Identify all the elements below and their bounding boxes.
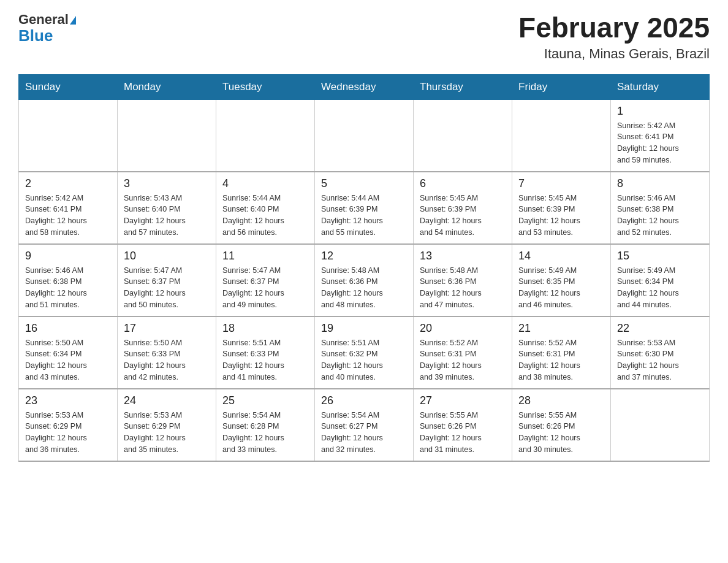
calendar-cell: 8Sunrise: 5:46 AM Sunset: 6:38 PM Daylig…: [611, 172, 710, 244]
day-number: 2: [25, 177, 111, 190]
day-info: Sunrise: 5:49 AM Sunset: 6:34 PM Dayligh…: [617, 265, 703, 311]
calendar-cell: 1Sunrise: 5:42 AM Sunset: 6:41 PM Daylig…: [611, 99, 710, 172]
calendar-cell: 5Sunrise: 5:44 AM Sunset: 6:39 PM Daylig…: [315, 172, 414, 244]
calendar-cell: 3Sunrise: 5:43 AM Sunset: 6:40 PM Daylig…: [118, 172, 216, 244]
day-number: 12: [321, 250, 407, 262]
calendar-cell: 16Sunrise: 5:50 AM Sunset: 6:34 PM Dayli…: [19, 316, 118, 389]
calendar-header-row: SundayMondayTuesdayWednesdayThursdayFrid…: [19, 74, 710, 99]
day-number: 9: [25, 250, 111, 262]
day-number: 6: [420, 177, 506, 190]
day-info: Sunrise: 5:47 AM Sunset: 6:37 PM Dayligh…: [222, 265, 308, 311]
calendar-cell: 14Sunrise: 5:49 AM Sunset: 6:35 PM Dayli…: [512, 244, 611, 316]
day-header-tuesday: Tuesday: [216, 74, 315, 99]
day-info: Sunrise: 5:49 AM Sunset: 6:35 PM Dayligh…: [518, 265, 604, 311]
calendar-cell: [414, 99, 512, 172]
calendar-cell: 6Sunrise: 5:45 AM Sunset: 6:39 PM Daylig…: [414, 172, 512, 244]
day-info: Sunrise: 5:45 AM Sunset: 6:39 PM Dayligh…: [518, 193, 604, 239]
day-info: Sunrise: 5:51 AM Sunset: 6:33 PM Dayligh…: [222, 337, 308, 383]
calendar-cell: 10Sunrise: 5:47 AM Sunset: 6:37 PM Dayli…: [118, 244, 216, 316]
day-header-friday: Friday: [512, 74, 611, 99]
day-number: 3: [124, 177, 210, 190]
calendar-week-2: 2Sunrise: 5:42 AM Sunset: 6:41 PM Daylig…: [19, 172, 710, 244]
day-info: Sunrise: 5:44 AM Sunset: 6:40 PM Dayligh…: [222, 193, 308, 239]
day-number: 5: [321, 177, 407, 190]
day-info: Sunrise: 5:50 AM Sunset: 6:34 PM Dayligh…: [25, 337, 111, 383]
day-info: Sunrise: 5:51 AM Sunset: 6:32 PM Dayligh…: [321, 337, 407, 383]
calendar-cell: 20Sunrise: 5:52 AM Sunset: 6:31 PM Dayli…: [414, 316, 512, 389]
calendar-week-5: 23Sunrise: 5:53 AM Sunset: 6:29 PM Dayli…: [19, 389, 710, 461]
day-info: Sunrise: 5:44 AM Sunset: 6:39 PM Dayligh…: [321, 193, 407, 239]
calendar-week-4: 16Sunrise: 5:50 AM Sunset: 6:34 PM Dayli…: [19, 316, 710, 389]
day-info: Sunrise: 5:45 AM Sunset: 6:39 PM Dayligh…: [420, 193, 506, 239]
calendar-cell: [611, 389, 710, 461]
day-number: 26: [321, 394, 407, 407]
day-number: 18: [222, 322, 308, 335]
day-info: Sunrise: 5:46 AM Sunset: 6:38 PM Dayligh…: [617, 193, 703, 239]
calendar-week-3: 9Sunrise: 5:46 AM Sunset: 6:38 PM Daylig…: [19, 244, 710, 316]
calendar-cell: 2Sunrise: 5:42 AM Sunset: 6:41 PM Daylig…: [19, 172, 118, 244]
logo-blue: Blue: [18, 26, 53, 45]
day-number: 15: [617, 250, 703, 262]
day-header-wednesday: Wednesday: [315, 74, 414, 99]
calendar-cell: 9Sunrise: 5:46 AM Sunset: 6:38 PM Daylig…: [19, 244, 118, 316]
logo: General Blue: [18, 12, 76, 45]
calendar-week-1: 1Sunrise: 5:42 AM Sunset: 6:41 PM Daylig…: [19, 99, 710, 172]
calendar-cell: 11Sunrise: 5:47 AM Sunset: 6:37 PM Dayli…: [216, 244, 315, 316]
calendar-cell: 7Sunrise: 5:45 AM Sunset: 6:39 PM Daylig…: [512, 172, 611, 244]
day-number: 1: [617, 105, 703, 118]
calendar-table: SundayMondayTuesdayWednesdayThursdayFrid…: [18, 74, 710, 462]
calendar-cell: 24Sunrise: 5:53 AM Sunset: 6:29 PM Dayli…: [118, 389, 216, 461]
day-number: 23: [25, 394, 111, 407]
calendar-cell: [512, 99, 611, 172]
calendar-cell: 28Sunrise: 5:55 AM Sunset: 6:26 PM Dayli…: [512, 389, 611, 461]
day-number: 28: [518, 394, 604, 407]
day-info: Sunrise: 5:43 AM Sunset: 6:40 PM Dayligh…: [124, 193, 210, 239]
day-header-saturday: Saturday: [611, 74, 710, 99]
calendar-cell: [19, 99, 118, 172]
day-number: 25: [222, 394, 308, 407]
day-number: 19: [321, 322, 407, 335]
day-header-monday: Monday: [118, 74, 216, 99]
day-info: Sunrise: 5:46 AM Sunset: 6:38 PM Dayligh…: [25, 265, 111, 311]
calendar-cell: [315, 99, 414, 172]
calendar-cell: 26Sunrise: 5:54 AM Sunset: 6:27 PM Dayli…: [315, 389, 414, 461]
calendar-cell: 18Sunrise: 5:51 AM Sunset: 6:33 PM Dayli…: [216, 316, 315, 389]
day-number: 21: [518, 322, 604, 335]
day-info: Sunrise: 5:42 AM Sunset: 6:41 PM Dayligh…: [617, 120, 703, 166]
day-number: 27: [420, 394, 506, 407]
calendar-cell: 27Sunrise: 5:55 AM Sunset: 6:26 PM Dayli…: [414, 389, 512, 461]
day-number: 22: [617, 322, 703, 335]
day-number: 20: [420, 322, 506, 335]
calendar-cell: 19Sunrise: 5:51 AM Sunset: 6:32 PM Dayli…: [315, 316, 414, 389]
calendar-cell: 4Sunrise: 5:44 AM Sunset: 6:40 PM Daylig…: [216, 172, 315, 244]
day-info: Sunrise: 5:55 AM Sunset: 6:26 PM Dayligh…: [420, 410, 506, 456]
day-info: Sunrise: 5:52 AM Sunset: 6:31 PM Dayligh…: [420, 337, 506, 383]
day-info: Sunrise: 5:53 AM Sunset: 6:30 PM Dayligh…: [617, 337, 703, 383]
calendar-cell: 21Sunrise: 5:52 AM Sunset: 6:31 PM Dayli…: [512, 316, 611, 389]
day-number: 11: [222, 250, 308, 262]
day-info: Sunrise: 5:54 AM Sunset: 6:27 PM Dayligh…: [321, 410, 407, 456]
day-number: 17: [124, 322, 210, 335]
logo-triangle: [70, 16, 76, 25]
calendar-cell: [216, 99, 315, 172]
day-number: 10: [124, 250, 210, 262]
day-number: 7: [518, 177, 604, 190]
calendar-cell: 17Sunrise: 5:50 AM Sunset: 6:33 PM Dayli…: [118, 316, 216, 389]
day-number: 4: [222, 177, 308, 190]
title-area: February 2025 Itauna, Minas Gerais, Braz…: [518, 12, 710, 62]
page-header: General Blue February 2025 Itauna, Minas…: [18, 12, 710, 62]
day-info: Sunrise: 5:48 AM Sunset: 6:36 PM Dayligh…: [321, 265, 407, 311]
day-number: 13: [420, 250, 506, 262]
calendar-cell: [118, 99, 216, 172]
day-header-thursday: Thursday: [414, 74, 512, 99]
day-info: Sunrise: 5:53 AM Sunset: 6:29 PM Dayligh…: [124, 410, 210, 456]
day-info: Sunrise: 5:50 AM Sunset: 6:33 PM Dayligh…: [124, 337, 210, 383]
day-info: Sunrise: 5:47 AM Sunset: 6:37 PM Dayligh…: [124, 265, 210, 311]
day-number: 24: [124, 394, 210, 407]
day-number: 8: [617, 177, 703, 190]
calendar-cell: 12Sunrise: 5:48 AM Sunset: 6:36 PM Dayli…: [315, 244, 414, 316]
day-info: Sunrise: 5:55 AM Sunset: 6:26 PM Dayligh…: [518, 410, 604, 456]
logo-general: General: [18, 12, 69, 27]
calendar-cell: 23Sunrise: 5:53 AM Sunset: 6:29 PM Dayli…: [19, 389, 118, 461]
day-header-sunday: Sunday: [19, 74, 118, 99]
